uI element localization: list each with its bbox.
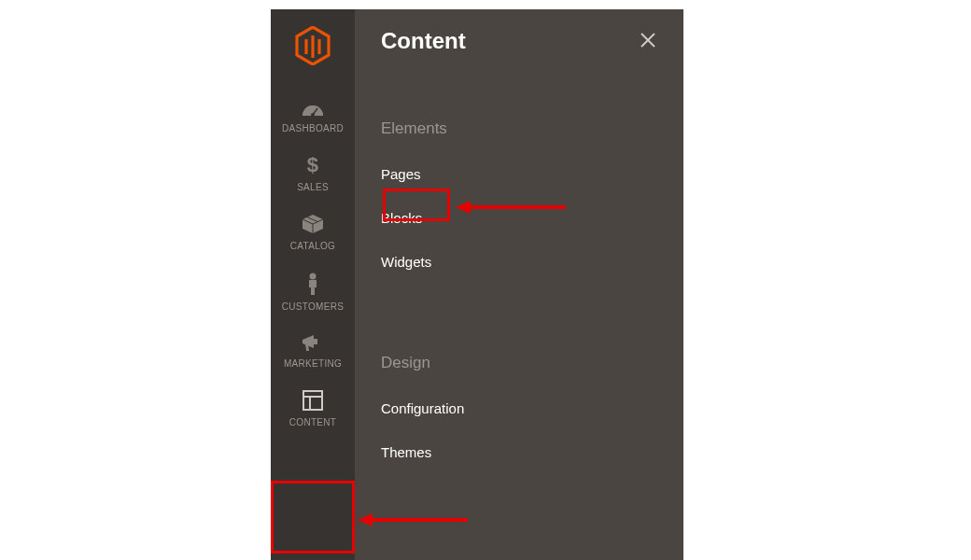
main-sidebar: DASHBOARD $ SALES CATALOG (271, 9, 355, 560)
section-header-design: Design (381, 354, 657, 372)
section-header-elements: Elements (381, 119, 657, 138)
sidebar-item-sales[interactable]: $ SALES (271, 145, 355, 203)
svg-point-3 (310, 273, 317, 280)
sidebar-item-label: CUSTOMERS (282, 301, 344, 312)
person-icon (305, 272, 320, 298)
sidebar-item-label: CATALOG (290, 241, 335, 251)
sidebar-item-label: SALES (297, 182, 329, 192)
flyout-title: Content (381, 28, 466, 54)
sidebar-item-dashboard[interactable]: DASHBOARD (271, 93, 355, 145)
menu-item-widgets[interactable]: Widgets (381, 254, 431, 270)
megaphone-icon (301, 332, 325, 355)
flyout-header: Content (381, 28, 657, 54)
svg-rect-4 (314, 339, 317, 344)
close-icon (639, 27, 657, 55)
dashboard-icon (301, 103, 325, 119)
sidebar-item-label: DASHBOARD (282, 123, 344, 133)
menu-item-pages[interactable]: Pages (381, 166, 421, 182)
menu-item-blocks[interactable]: Blocks (381, 210, 422, 226)
sidebar-item-marketing[interactable]: MARKETING (271, 323, 355, 380)
close-button[interactable] (639, 29, 657, 53)
menu-item-themes[interactable]: Themes (381, 444, 431, 460)
svg-rect-5 (303, 391, 322, 410)
menu-item-configuration[interactable]: Configuration (381, 400, 464, 416)
box-icon (301, 213, 325, 237)
sidebar-item-content[interactable]: CONTENT (271, 380, 355, 439)
magento-logo-icon (295, 26, 331, 65)
content-flyout: Content Elements Pages Blocks Widgets De… (355, 9, 683, 560)
sidebar-item-customers[interactable]: CUSTOMERS (271, 262, 355, 323)
magento-logo[interactable] (295, 26, 331, 69)
sidebar-item-label: MARKETING (284, 358, 342, 369)
layout-icon (302, 389, 324, 413)
dollar-icon: $ (305, 154, 320, 178)
admin-panel: DASHBOARD $ SALES CATALOG (271, 9, 683, 560)
svg-text:$: $ (307, 154, 319, 176)
sidebar-item-label: CONTENT (289, 417, 336, 427)
sidebar-item-catalog[interactable]: CATALOG (271, 203, 355, 262)
